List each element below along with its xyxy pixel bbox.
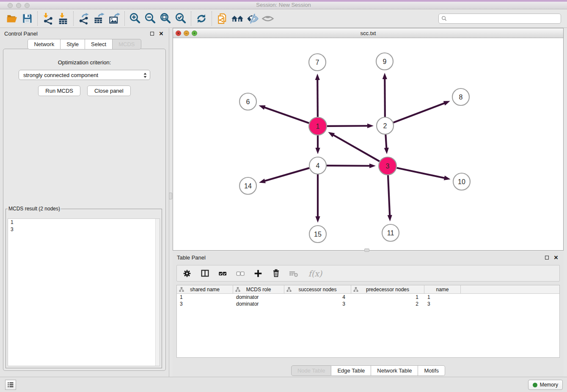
- search-box: [438, 14, 561, 24]
- table-settings-icon[interactable]: [182, 268, 192, 279]
- tab-node-table[interactable]: Node Table: [291, 365, 332, 376]
- edge-1-2[interactable]: [327, 126, 368, 126]
- column-header-shared-name[interactable]: shared name: [177, 285, 233, 293]
- destroy-table-icon[interactable]: [289, 268, 299, 279]
- import-table-icon[interactable]: [55, 11, 71, 26]
- edge-1-6[interactable]: [264, 107, 309, 123]
- graph-node-8[interactable]: 8: [452, 88, 469, 105]
- close-panel-button[interactable]: Close panel: [87, 86, 131, 96]
- graph-node-6[interactable]: 6: [239, 93, 256, 110]
- network-window-titlebar[interactable]: ✕ − + scc.txt: [173, 28, 563, 38]
- graph-node-11[interactable]: 11: [382, 224, 399, 241]
- tab-style[interactable]: Style: [61, 39, 85, 50]
- tab-network-table[interactable]: Network Table: [371, 365, 418, 376]
- hide-graphics-details-icon[interactable]: [245, 11, 260, 26]
- export-image-icon[interactable]: [107, 11, 122, 26]
- node-label: 3: [386, 163, 390, 170]
- show-columns-icon[interactable]: [200, 268, 210, 279]
- tab-edge-table[interactable]: Edge Table: [331, 365, 371, 376]
- delete-row-icon[interactable]: [271, 268, 281, 279]
- run-mcds-button[interactable]: Run MCDS: [38, 86, 80, 96]
- control-panel-close-button[interactable]: ✕: [158, 30, 165, 37]
- export-table-icon[interactable]: [91, 11, 107, 26]
- edge-arrowhead: [369, 163, 376, 168]
- clone-network-icon[interactable]: [215, 11, 230, 26]
- select-all-icon[interactable]: [217, 268, 228, 279]
- optimization-criterion-value: strongly connected component: [23, 72, 98, 78]
- tab-mcds[interactable]: MCDS: [113, 39, 141, 50]
- graph-node-14[interactable]: 14: [239, 177, 256, 194]
- control-panel-float-button[interactable]: [149, 30, 155, 37]
- edge-arrowhead: [315, 148, 320, 154]
- node-label: 1: [316, 123, 320, 130]
- column-label: MCDS role: [246, 287, 271, 293]
- column-header-predecessor-nodes[interactable]: predecessor nodes: [351, 285, 424, 293]
- edge-1-7[interactable]: [317, 79, 318, 117]
- edge-arrowhead: [443, 101, 450, 106]
- optimization-criterion-select[interactable]: strongly connected component: [19, 70, 150, 80]
- graph-node-7[interactable]: 7: [309, 54, 326, 71]
- node-table[interactable]: shared nameMCDS rolesuccessor nodesprede…: [176, 285, 560, 358]
- graph-node-10[interactable]: 10: [453, 173, 470, 190]
- node-label: 11: [387, 229, 394, 237]
- network-graph[interactable]: 1234678910111415: [173, 38, 563, 250]
- graph-node-3[interactable]: 3: [379, 157, 396, 175]
- cell-successor-nodes: 4: [284, 294, 351, 301]
- mcds-result-list[interactable]: 13: [8, 218, 160, 366]
- toolbar-separator: [37, 11, 38, 26]
- column-header-name[interactable]: name: [424, 285, 461, 293]
- node-label: 2: [383, 122, 387, 130]
- result-scrollbar[interactable]: [155, 219, 160, 366]
- memory-button[interactable]: Memory: [528, 380, 563, 390]
- column-header-MCDS-role[interactable]: MCDS role: [233, 285, 284, 293]
- edge-arrowhead: [259, 105, 265, 110]
- tab-motifs[interactable]: Motifs: [418, 365, 445, 376]
- horizontal-splitter-handle[interactable]: [364, 248, 369, 252]
- network-canvas[interactable]: 1234678910111415: [173, 38, 563, 250]
- edge-2-9[interactable]: [385, 78, 385, 117]
- zoom-in-icon[interactable]: [127, 11, 143, 26]
- vertical-splitter-handle[interactable]: [169, 193, 172, 199]
- add-row-icon[interactable]: [253, 268, 263, 279]
- column-header-successor-nodes[interactable]: successor nodes: [284, 285, 351, 293]
- edge-3-10[interactable]: [397, 168, 445, 178]
- search-icon: [441, 16, 447, 21]
- apply-layout-icon[interactable]: [194, 11, 209, 26]
- graph-node-4[interactable]: 4: [309, 157, 326, 174]
- edge-4-3[interactable]: [327, 166, 370, 166]
- table-panel-float-button[interactable]: [543, 254, 550, 261]
- graph-node-9[interactable]: 9: [376, 53, 393, 70]
- function-builder-icon[interactable]: f(x): [306, 268, 324, 279]
- first-neighbors-icon[interactable]: [230, 11, 245, 26]
- graph-node-15[interactable]: 15: [309, 226, 326, 243]
- tab-network[interactable]: Network: [28, 39, 61, 50]
- zoom-fit-icon[interactable]: [158, 11, 173, 26]
- import-network-icon[interactable]: [40, 11, 55, 26]
- deselect-all-icon[interactable]: [235, 268, 245, 279]
- edge-2-8[interactable]: [394, 103, 445, 122]
- float-icon: [545, 256, 549, 259]
- edge-3-1[interactable]: [333, 135, 380, 161]
- edge-4-14[interactable]: [264, 168, 309, 181]
- zoom-out-icon[interactable]: [143, 11, 158, 26]
- node-label: 7: [316, 59, 319, 66]
- graph-node-1[interactable]: 1: [309, 117, 327, 135]
- edge-3-11[interactable]: [388, 175, 390, 216]
- memory-status-icon: [533, 383, 537, 387]
- column-label: shared name: [190, 287, 220, 293]
- table-panel-close-button[interactable]: ✕: [553, 254, 559, 261]
- tab-select[interactable]: Select: [85, 39, 113, 50]
- search-input[interactable]: [438, 14, 561, 24]
- open-session-icon[interactable]: [4, 11, 19, 26]
- export-network-icon[interactable]: [76, 11, 91, 26]
- zoom-selected-icon[interactable]: [173, 11, 188, 26]
- edge-2-3[interactable]: [385, 135, 386, 149]
- graph-node-2[interactable]: 2: [377, 117, 394, 134]
- show-commands-button[interactable]: [5, 380, 16, 390]
- show-graphics-details-icon[interactable]: [260, 11, 275, 26]
- table-row[interactable]: 1dominator411: [177, 294, 559, 301]
- table-row[interactable]: 3dominator323: [177, 301, 559, 307]
- save-session-icon[interactable]: [19, 11, 35, 26]
- tree-hierarchy-icon: [179, 287, 184, 292]
- table-toolbar: f(x): [176, 265, 560, 282]
